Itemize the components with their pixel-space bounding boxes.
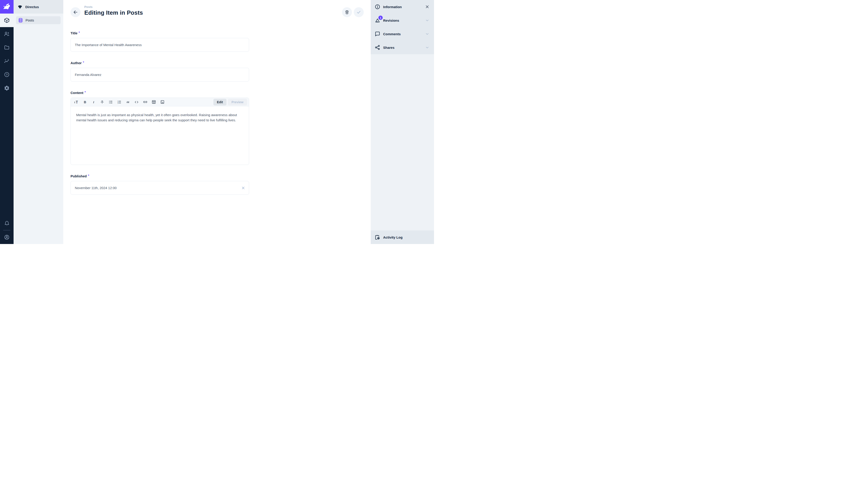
clear-x-icon	[241, 186, 246, 191]
field-content-label: Content★	[70, 91, 249, 95]
delete-item-button[interactable]	[342, 7, 352, 17]
sidebar-sections: Information 1 Revisions	[371, 0, 434, 54]
clipboard-clock-icon	[375, 234, 380, 240]
tab-edit[interactable]: Edit	[213, 99, 226, 105]
comment-icon	[375, 31, 380, 37]
title-block: Posts Editing Item in Posts	[84, 5, 143, 16]
code-button[interactable]	[133, 99, 141, 105]
italic-button[interactable]: I	[90, 99, 97, 105]
field-published-label: Published★	[70, 174, 249, 178]
module-bar-spacer	[0, 95, 13, 217]
code-icon	[134, 100, 139, 104]
directus-logo[interactable]	[0, 0, 13, 13]
svg-text:3: 3	[118, 103, 119, 104]
activity-log-button[interactable]: Activity Log	[371, 230, 434, 244]
save-button[interactable]	[354, 7, 364, 17]
svg-text:t: t	[74, 101, 75, 103]
project-header[interactable]: Directus	[13, 0, 63, 13]
strikethrough-icon	[100, 100, 104, 104]
module-insights[interactable]	[0, 54, 13, 68]
section-label: Shares	[383, 46, 395, 50]
revisions-badge: 1	[378, 15, 383, 20]
activity-log-label: Activity Log	[383, 235, 403, 239]
required-marker: ★	[83, 61, 84, 63]
required-marker: ★	[88, 174, 90, 176]
breadcrumb[interactable]: Posts	[84, 5, 143, 8]
header-actions	[342, 7, 364, 17]
module-bar: ?	[0, 0, 13, 244]
author-input[interactable]: Fernanda Alvarez	[70, 68, 249, 82]
svg-text:I: I	[93, 101, 94, 104]
clear-date-button[interactable]	[241, 181, 246, 195]
folder-icon	[4, 44, 10, 51]
bold-button[interactable]: B	[81, 99, 89, 105]
bulleted-list-button[interactable]	[107, 99, 115, 105]
comments-expand[interactable]	[425, 31, 430, 36]
shares-expand[interactable]	[425, 45, 430, 50]
module-user-directory[interactable]	[0, 27, 13, 41]
section-information[interactable]: Information	[371, 0, 434, 13]
notifications-button[interactable]	[0, 217, 13, 230]
format-size-button[interactable]: t T	[72, 99, 80, 105]
chevron-down-icon	[425, 45, 430, 50]
account-button[interactable]	[0, 230, 13, 244]
collections-nav: Posts	[13, 13, 63, 24]
svg-text:B: B	[84, 100, 86, 104]
module-file-library[interactable]	[0, 41, 13, 54]
section-shares[interactable]: Shares	[371, 41, 434, 54]
editor-toolbar: t T B I	[71, 98, 249, 106]
database-icon	[18, 18, 23, 23]
main-content: Posts Editing Item in Posts Title★	[63, 0, 371, 244]
share-icon-wrap	[375, 44, 380, 51]
field-published: Published★ November 11th, 2024 12:00	[70, 174, 249, 195]
help-icon: ?	[4, 72, 10, 77]
section-label: Revisions	[383, 19, 399, 22]
field-content: Content★ t T B	[70, 91, 249, 165]
revisions-expand[interactable]	[425, 18, 430, 23]
info-sidebar: Information 1 Revisions	[371, 0, 434, 244]
blockquote-button[interactable]	[124, 99, 132, 105]
module-help[interactable]: ?	[0, 68, 13, 81]
image-button[interactable]	[158, 99, 166, 105]
close-icon	[425, 4, 430, 9]
link-button[interactable]	[141, 99, 149, 105]
share-icon	[375, 44, 380, 51]
table-button[interactable]	[150, 99, 158, 105]
navigation-sidebar: Directus Posts	[13, 0, 63, 244]
info-icon	[375, 4, 380, 10]
tab-preview[interactable]: Preview	[228, 99, 247, 105]
module-content[interactable]	[0, 13, 13, 27]
required-marker: ★	[84, 91, 86, 93]
content-textarea[interactable]: Mental health is just as important as ph…	[71, 106, 249, 129]
field-title-label: Title★	[70, 31, 249, 35]
module-settings[interactable]	[0, 81, 13, 95]
markdown-editor: t T B I	[70, 98, 249, 165]
project-status-icon	[18, 4, 22, 9]
required-marker: ★	[79, 31, 80, 33]
page-title: Editing Item in Posts	[84, 9, 143, 16]
sidebar-item-posts[interactable]: Posts	[16, 16, 61, 24]
section-revisions[interactable]: 1 Revisions	[371, 13, 434, 27]
field-author-label: Author★	[70, 61, 249, 65]
link-icon	[143, 100, 148, 104]
editor-tabs: Edit Preview	[213, 99, 247, 105]
numbered-list-button[interactable]: 1 2 3	[116, 99, 123, 105]
close-sidebar-button[interactable]	[425, 4, 430, 9]
section-label: Information	[383, 5, 402, 9]
account-circle-icon	[4, 234, 10, 240]
project-name: Directus	[25, 5, 39, 9]
italic-icon: I	[91, 100, 96, 104]
section-comments[interactable]: Comments	[371, 27, 434, 41]
field-title: Title★ The Importance of Mental Health A…	[70, 31, 249, 52]
title-input[interactable]: The Importance of Mental Health Awarenes…	[70, 38, 249, 52]
info-icon	[375, 4, 380, 10]
bold-icon: B	[83, 100, 87, 104]
numbered-list-icon: 1 2 3	[117, 100, 122, 104]
chevron-down-icon	[425, 31, 430, 36]
directus-app: ? Dir	[0, 0, 434, 244]
back-button[interactable]	[70, 7, 81, 17]
insights-icon	[4, 58, 10, 64]
strikethrough-button[interactable]	[98, 99, 106, 105]
section-label: Comments	[383, 32, 401, 36]
published-input[interactable]: November 11th, 2024 12:00	[70, 181, 249, 195]
